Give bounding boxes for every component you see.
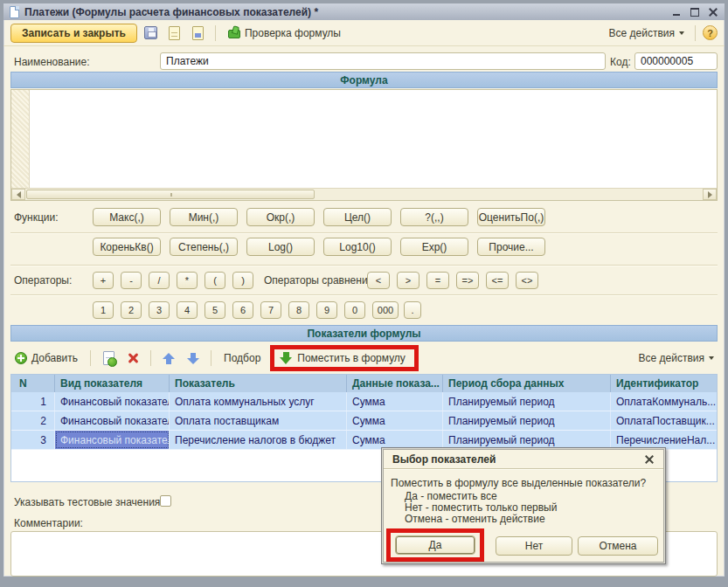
func-other-button[interactable]: Прочие... (477, 238, 545, 256)
func-sqrt-button[interactable]: КореньКв() (93, 238, 161, 256)
cell-indicator[interactable]: Оплата коммунальных услуг (170, 392, 347, 411)
cancel-button[interactable]: Отмена (578, 536, 658, 556)
column-header-data[interactable]: Данные показа... (347, 375, 443, 392)
move-up-button[interactable] (159, 349, 178, 368)
delete-button[interactable] (123, 349, 142, 368)
no-button[interactable]: Нет (496, 536, 572, 556)
cell-period[interactable]: Планируемый период (443, 392, 611, 411)
code-input[interactable] (634, 52, 718, 70)
digit-9-button[interactable]: 9 (316, 301, 337, 319)
column-header-period[interactable]: Период сбора данных (443, 375, 611, 392)
cell-n[interactable]: 3 (11, 431, 55, 449)
cell-data[interactable]: Сумма (347, 392, 443, 411)
cell-kind[interactable]: Финансовый показатель (55, 411, 170, 430)
digit-1-button[interactable]: 1 (93, 301, 114, 319)
scrollbar-thumb[interactable] (26, 190, 315, 199)
func-evaluate-button[interactable]: ОценитьПо(,) (477, 208, 545, 226)
column-header-n[interactable]: N (11, 375, 55, 392)
cell-id[interactable]: ПеречислениеНал... (611, 431, 717, 449)
op-lt-button[interactable]: < (367, 272, 390, 289)
green-arrow-down-icon (280, 351, 293, 365)
save-button[interactable] (142, 24, 161, 43)
name-input[interactable] (160, 52, 606, 70)
table-row[interactable]: 2 Финансовый показатель Оплата поставщик… (11, 411, 717, 431)
add-button[interactable]: Добавить (10, 350, 82, 366)
digit-dot-button[interactable]: . (404, 301, 421, 319)
func-max-button[interactable]: Макс(,) (93, 208, 161, 226)
digit-8-button[interactable]: 8 (288, 301, 309, 319)
close-icon[interactable] (708, 7, 718, 17)
dialog-hint-no: Нет - поместить только первый (405, 501, 557, 514)
minimize-icon[interactable] (671, 7, 682, 17)
func-log10-button[interactable]: Log10() (323, 238, 392, 256)
test-values-label: Указывать тестовые значения: (14, 496, 163, 508)
op-eq-button[interactable]: = (426, 272, 449, 289)
dialog-hint-yes: Да - поместить все (405, 490, 497, 502)
cell-indicator[interactable]: Оплата поставщикам (170, 411, 347, 430)
cell-period[interactable]: Планируемый период (443, 411, 611, 430)
digit-3-button[interactable]: 3 (149, 301, 170, 319)
digit-7-button[interactable]: 7 (260, 301, 281, 319)
cell-data[interactable]: Сумма (347, 411, 443, 430)
test-values-checkbox[interactable] (160, 495, 171, 507)
digit-6-button[interactable]: 6 (232, 301, 253, 319)
check-formula-button[interactable]: Проверка формулы (223, 24, 345, 41)
digit-4-button[interactable]: 4 (177, 301, 198, 319)
maximize-icon[interactable] (690, 7, 700, 17)
op-minus-button[interactable]: - (121, 272, 142, 289)
op-ne-button[interactable]: <> (516, 272, 538, 289)
move-down-button[interactable] (184, 349, 203, 368)
save-close-button[interactable]: Записать и закрыть (10, 24, 137, 43)
op-gt-button[interactable]: > (397, 272, 419, 289)
digit-2-button[interactable]: 2 (121, 301, 142, 319)
dialog-close-icon[interactable] (644, 454, 655, 465)
op-divide-button[interactable]: / (149, 272, 170, 289)
digit-0-button[interactable]: 0 (344, 301, 365, 319)
table-row[interactable]: 1 Финансовый показатель Оплата коммуналь… (11, 392, 717, 411)
floppy-icon (144, 26, 157, 39)
copy-icon (103, 351, 114, 365)
func-int-button[interactable]: Цел() (323, 208, 392, 226)
cell-data[interactable]: Сумма (347, 431, 443, 449)
digit-000-button[interactable]: 000 (372, 301, 399, 319)
place-in-formula-button[interactable]: Поместить в формулу (280, 351, 406, 365)
cell-kind-selected[interactable]: Финансовый показатель (55, 431, 170, 449)
op-plus-button[interactable]: + (93, 272, 114, 289)
post-document-icon (192, 26, 204, 40)
all-actions-label: Все действия (609, 27, 675, 39)
scroll-left-icon[interactable] (11, 189, 25, 200)
column-header-id[interactable]: Идентификатор (611, 375, 717, 392)
cell-period[interactable]: Планируемый период (443, 431, 611, 449)
table-header-row: N Вид показателя Показатель Данные показ… (11, 375, 717, 392)
func-min-button[interactable]: Мин(,) (170, 208, 238, 226)
post-document-button[interactable] (189, 24, 208, 43)
cell-id[interactable]: ОплатаКоммуналь... (611, 392, 717, 411)
op-le-button[interactable]: <= (486, 272, 509, 289)
op-close-paren-button[interactable]: ) (232, 272, 253, 289)
help-button[interactable]: ? (703, 25, 718, 40)
cell-kind[interactable]: Финансовый показатель (55, 392, 170, 411)
cell-n[interactable]: 2 (11, 411, 55, 430)
op-open-paren-button[interactable]: ( (205, 272, 225, 289)
column-header-kind[interactable]: Вид показателя (55, 375, 170, 392)
cell-n[interactable]: 1 (11, 392, 55, 411)
func-exp-button[interactable]: Exp() (400, 238, 468, 256)
op-multiply-button[interactable]: * (177, 272, 198, 289)
cell-id[interactable]: ОплатаПоставщик... (611, 411, 717, 430)
cell-indicator[interactable]: Перечисление налогов в бюджет (170, 431, 347, 449)
column-header-indicator[interactable]: Показатель (170, 375, 347, 392)
digit-5-button[interactable]: 5 (205, 301, 225, 319)
scroll-right-icon[interactable] (703, 189, 717, 200)
indicators-all-actions-button[interactable]: Все действия (635, 350, 718, 366)
func-if-button[interactable]: ?(,,) (400, 208, 468, 226)
pick-button[interactable]: Подбор (219, 350, 265, 366)
copy-button[interactable] (99, 349, 118, 368)
func-log-button[interactable]: Log() (246, 238, 315, 256)
read-document-button[interactable] (165, 24, 184, 43)
yes-button[interactable]: Да (395, 535, 475, 555)
op-ge-button[interactable]: => (456, 272, 479, 289)
func-round-button[interactable]: Окр(,) (246, 208, 315, 226)
all-actions-button[interactable]: Все действия (606, 25, 688, 41)
func-pow-button[interactable]: Степень(,) (170, 238, 238, 256)
formula-textarea[interactable] (31, 90, 717, 188)
